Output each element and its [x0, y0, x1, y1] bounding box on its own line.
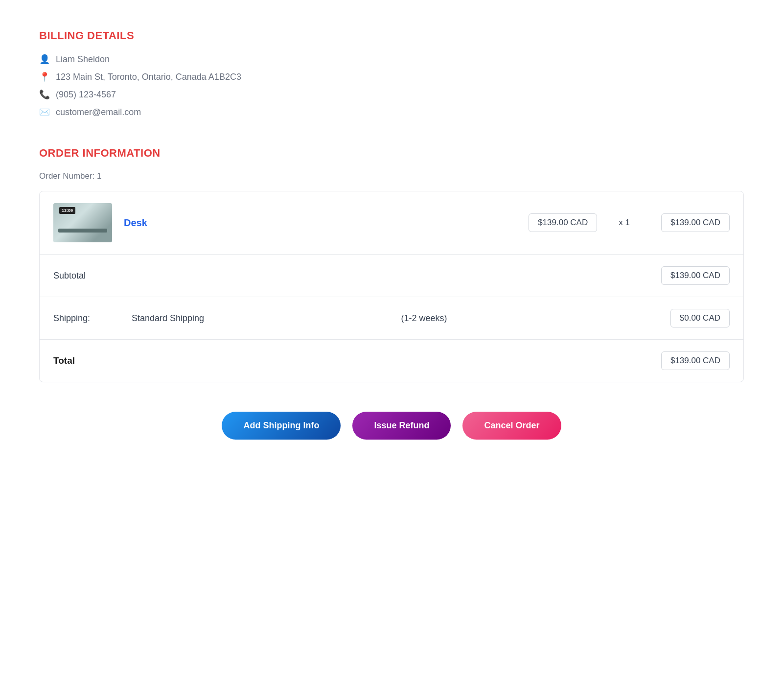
order-table: Desk $139.00 CAD x 1 $139.00 CAD Subtota… — [39, 191, 744, 382]
billing-email-row: ✉️ customer@email.com — [39, 107, 744, 117]
add-shipping-button[interactable]: Add Shipping Info — [222, 412, 341, 440]
email-icon: ✉️ — [39, 107, 50, 117]
billing-phone-row: 📞 (905) 123-4567 — [39, 89, 744, 100]
shipping-row: Shipping: Standard Shipping (1-2 weeks) … — [40, 297, 743, 340]
total-value: $139.00 CAD — [661, 351, 730, 370]
desk-image — [53, 203, 112, 242]
product-unit-price: $139.00 CAD — [529, 213, 597, 232]
shipping-duration: (1-2 weeks) — [401, 313, 670, 324]
billing-name: Liam Sheldon — [56, 54, 110, 65]
location-icon: 📍 — [39, 71, 50, 82]
billing-phone: (905) 123-4567 — [56, 90, 116, 100]
billing-email: customer@email.com — [56, 107, 141, 117]
billing-section: BILLING DETAILS 👤 Liam Sheldon 📍 123 Mai… — [39, 29, 744, 117]
subtotal-label: Subtotal — [53, 271, 86, 281]
issue-refund-button[interactable]: Issue Refund — [352, 412, 451, 440]
total-label: Total — [53, 355, 75, 366]
shipping-label: Shipping: — [53, 313, 132, 324]
cancel-order-button[interactable]: Cancel Order — [462, 412, 561, 440]
total-row: Total $139.00 CAD — [40, 340, 743, 382]
subtotal-row: Subtotal $139.00 CAD — [40, 255, 743, 297]
actions-row: Add Shipping Info Issue Refund Cancel Or… — [39, 412, 744, 440]
product-quantity: x 1 — [619, 218, 630, 228]
shipping-method: Standard Shipping — [132, 313, 401, 324]
billing-address: 123 Main St, Toronto, Ontario, Canada A1… — [56, 72, 241, 82]
product-name[interactable]: Desk — [124, 217, 517, 229]
phone-icon: 📞 — [39, 89, 50, 100]
order-title: ORDER INFORMATION — [39, 147, 744, 160]
shipping-price: $0.00 CAD — [670, 309, 730, 327]
billing-address-row: 📍 123 Main St, Toronto, Ontario, Canada … — [39, 71, 744, 82]
product-total: $139.00 CAD — [661, 213, 730, 232]
billing-name-row: 👤 Liam Sheldon — [39, 54, 744, 65]
person-icon: 👤 — [39, 54, 50, 65]
order-number: Order Number: 1 — [39, 171, 744, 181]
order-section: ORDER INFORMATION Order Number: 1 Desk $… — [39, 147, 744, 382]
product-image — [53, 203, 112, 242]
billing-title: BILLING DETAILS — [39, 29, 744, 42]
product-row: Desk $139.00 CAD x 1 $139.00 CAD — [40, 191, 743, 255]
subtotal-value: $139.00 CAD — [661, 266, 730, 285]
